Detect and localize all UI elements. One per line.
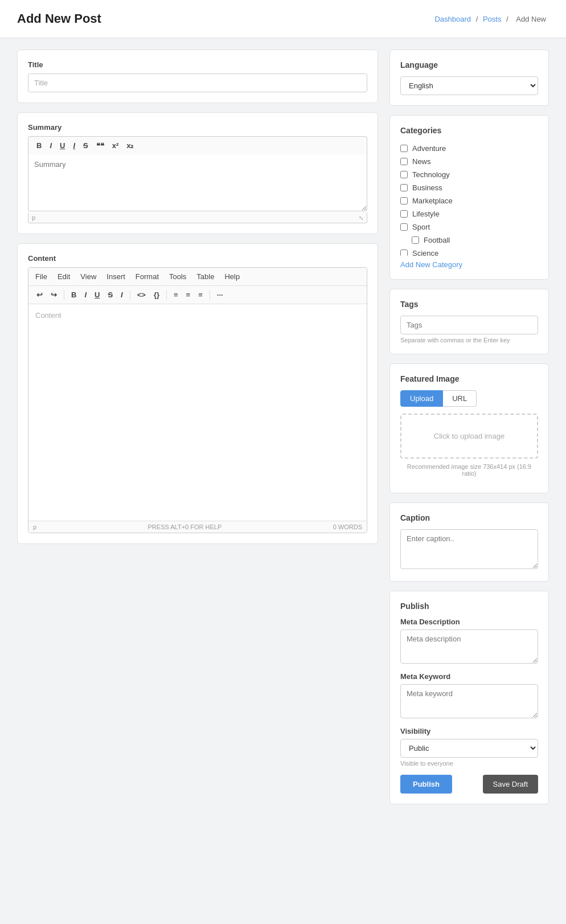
tags-input[interactable]	[400, 316, 538, 334]
content-bold-btn[interactable]: B	[69, 289, 79, 300]
menu-edit[interactable]: Edit	[56, 271, 71, 282]
summary-quote-btn[interactable]: ❝❝	[94, 140, 106, 151]
breadcrumb-current: Add New	[516, 15, 546, 23]
category-football-checkbox[interactable]	[412, 236, 419, 244]
content-codeblock-btn[interactable]: {}	[151, 289, 162, 300]
menu-help[interactable]: Help	[223, 271, 241, 282]
content-italic-btn[interactable]: I	[82, 289, 89, 300]
page-title: Add New Post	[17, 11, 101, 26]
meta-description-label: Meta Description	[400, 618, 538, 626]
menu-format[interactable]: Format	[134, 271, 160, 282]
categories-list: Adventure News Technology Business Marke…	[400, 142, 538, 256]
add-category-link[interactable]: Add New Category	[400, 260, 462, 269]
content-italic2-btn[interactable]: I	[118, 289, 125, 300]
menu-insert[interactable]: Insert	[105, 271, 126, 282]
summary-underline-btn[interactable]: U	[58, 140, 67, 151]
category-science: Science	[400, 247, 536, 256]
menu-tools[interactable]: Tools	[168, 271, 187, 282]
content-area[interactable]: Content	[28, 304, 367, 521]
category-sport: Sport	[400, 220, 536, 234]
content-align-center-btn[interactable]: ≡	[184, 289, 193, 300]
content-align-left-btn[interactable]: ≡	[171, 289, 181, 300]
upload-area[interactable]: Click to upload image	[400, 414, 538, 459]
category-business: Business	[400, 181, 536, 194]
content-menubar: File Edit View Insert Format Tools Table…	[28, 268, 367, 286]
summary-textarea[interactable]	[28, 154, 367, 211]
main-layout: Title Summary B I U I S ❝❝ x² x₂ p ⤡	[0, 38, 566, 816]
content-card: Content File Edit View Insert Format Too…	[17, 243, 378, 544]
summary-label: Summary	[28, 123, 367, 132]
upload-text: Click to upload image	[434, 432, 505, 440]
content-strike-btn[interactable]: S	[105, 289, 115, 300]
content-placeholder: Content	[35, 311, 61, 320]
visibility-hint: Visible to everyone	[400, 760, 538, 767]
category-business-checkbox[interactable]	[400, 184, 408, 191]
image-tab-upload[interactable]: Upload	[400, 390, 443, 407]
content-redo-btn[interactable]: ↪	[48, 289, 59, 300]
menu-file[interactable]: File	[34, 271, 48, 282]
caption-title: Caption	[400, 513, 538, 522]
caption-card: Caption	[389, 502, 549, 582]
category-sport-label: Sport	[412, 223, 430, 231]
caption-textarea[interactable]	[400, 529, 538, 569]
category-news-checkbox[interactable]	[400, 158, 408, 165]
right-panel: Language English French Spanish Arabic C…	[389, 50, 549, 804]
content-undo-btn[interactable]: ↩	[34, 289, 45, 300]
category-marketplace-checkbox[interactable]	[400, 197, 408, 205]
left-panel: Title Summary B I U I S ❝❝ x² x₂ p ⤡	[17, 50, 378, 544]
breadcrumb: Dashboard / Posts / Add New	[434, 15, 549, 23]
language-select[interactable]: English French Spanish Arabic	[400, 76, 538, 95]
page-header: Add New Post Dashboard / Posts / Add New	[0, 0, 566, 38]
meta-description-textarea[interactable]	[400, 629, 538, 664]
category-technology-checkbox[interactable]	[400, 171, 408, 178]
category-lifestyle-checkbox[interactable]	[400, 210, 408, 218]
publish-actions: Publish Save Draft	[400, 775, 538, 794]
category-sport-checkbox[interactable]	[400, 223, 408, 231]
summary-italic-btn[interactable]: I	[47, 140, 54, 151]
content-footer: p PRESS ALT+0 FOR HELP 0 WORDS	[28, 521, 367, 533]
meta-keyword-textarea[interactable]	[400, 684, 538, 718]
summary-resize-icon: ⤡	[359, 215, 363, 221]
featured-image-title: Featured Image	[400, 374, 538, 383]
content-more-btn[interactable]: ···	[215, 289, 225, 300]
publish-title: Publish	[400, 602, 538, 611]
category-news-label: News	[412, 157, 431, 166]
summary-subscript-btn[interactable]: x₂	[124, 140, 136, 151]
summary-superscript-btn[interactable]: x²	[110, 140, 121, 151]
toolbar-separator-4	[210, 290, 210, 300]
category-marketplace: Marketplace	[400, 194, 536, 207]
tags-card: Tags Separate with commas or the Enter k…	[389, 289, 549, 354]
content-toolbar: ↩ ↪ B I U S I <> {} ≡ ≡ ≡ ···	[28, 286, 367, 304]
content-label: Content	[28, 254, 367, 263]
publish-card: Publish Meta Description Meta Keyword Vi…	[389, 591, 549, 804]
language-title: Language	[400, 60, 538, 69]
tags-hint: Separate with commas or the Enter key	[400, 337, 538, 344]
content-code-btn[interactable]: <>	[135, 289, 148, 300]
category-adventure-checkbox[interactable]	[400, 145, 408, 152]
summary-strikethrough-btn[interactable]: S	[81, 140, 91, 151]
breadcrumb-dashboard[interactable]: Dashboard	[434, 15, 471, 23]
visibility-label: Visibility	[400, 727, 538, 735]
summary-toolbar: B I U I S ❝❝ x² x₂	[28, 136, 367, 154]
category-football-label: Football	[424, 236, 450, 244]
categories-title: Categories	[400, 126, 538, 135]
content-align-right-btn[interactable]: ≡	[196, 289, 205, 300]
menu-view[interactable]: View	[79, 271, 97, 282]
content-footer-hint: PRESS ALT+0 FOR HELP	[148, 524, 222, 530]
category-lifestyle-label: Lifestyle	[412, 210, 440, 218]
language-card: Language English French Spanish Arabic	[389, 50, 549, 106]
toolbar-separator-3	[166, 290, 167, 300]
image-hint: Recommended image size 736x414 px (16:9 …	[400, 463, 538, 477]
save-draft-button[interactable]: Save Draft	[483, 775, 538, 794]
content-underline-btn[interactable]: U	[92, 289, 102, 300]
breadcrumb-posts[interactable]: Posts	[483, 15, 502, 23]
visibility-select[interactable]: Public Private Password Protected	[400, 739, 538, 758]
meta-keyword-label: Meta Keyword	[400, 672, 538, 681]
image-tab-url[interactable]: URL	[443, 390, 477, 407]
summary-bold-btn[interactable]: B	[34, 140, 44, 151]
category-science-checkbox[interactable]	[400, 250, 408, 256]
summary-italic-underline-btn[interactable]: I	[71, 140, 77, 151]
menu-table[interactable]: Table	[195, 271, 215, 282]
publish-button[interactable]: Publish	[400, 775, 452, 794]
title-input[interactable]	[28, 73, 367, 92]
